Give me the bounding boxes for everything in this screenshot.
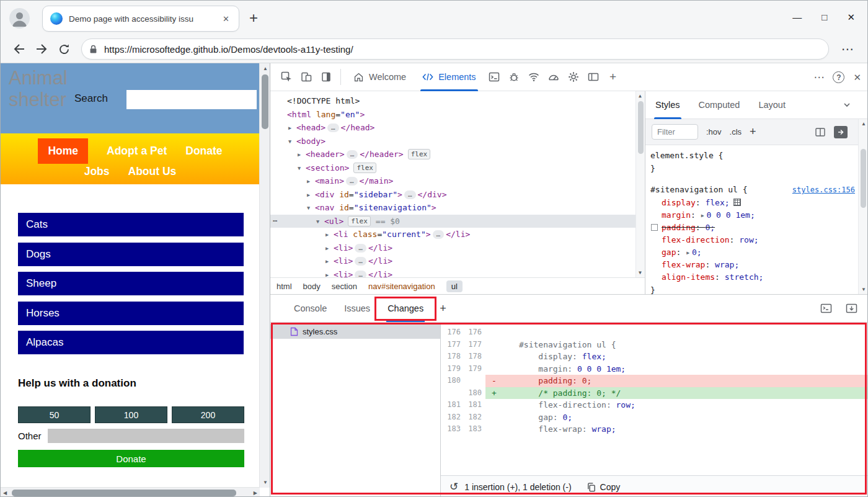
tree-scrollbar[interactable]: ▲ ▼ [636, 91, 645, 277]
focus-page-icon[interactable] [316, 66, 336, 87]
expander-open-icon[interactable]: ▼ [288, 135, 296, 149]
style-property-flex-direction[interactable]: flex-direction: row; [650, 234, 867, 246]
diff-row[interactable]: 183183 flex-wrap: wrap; [443, 423, 867, 436]
tab-changes[interactable]: Changes [379, 295, 432, 322]
style-property-margin[interactable]: margin: ▶0 0 0 1em; [650, 209, 867, 222]
collapsed-content-button[interactable]: … [346, 177, 358, 186]
flex-badge[interactable]: flex [353, 163, 376, 173]
flex-badge[interactable]: flex [408, 149, 431, 159]
collapsed-content-button[interactable]: … [404, 190, 416, 199]
expander-open-icon[interactable]: ▼ [298, 162, 306, 176]
forward-button[interactable] [30, 38, 53, 60]
diff-row[interactable]: 177177#sitenavigation ul { [443, 339, 867, 351]
flex-badge[interactable]: flex [348, 216, 371, 226]
expand-shorthand-icon[interactable]: ▶ [701, 210, 704, 222]
chevron-down-icon[interactable] [843, 101, 851, 109]
tab-computed[interactable]: Computed [698, 91, 742, 119]
rendering-emulation-icon[interactable] [815, 127, 826, 138]
settings-gear-icon[interactable] [564, 66, 583, 87]
donation-amount-200[interactable]: 200 [172, 406, 244, 423]
collapsed-content-button[interactable]: … [355, 244, 366, 253]
expander-closed-icon[interactable]: ▶ [326, 228, 334, 242]
dom-tree-row[interactable]: ▼<body> [270, 135, 645, 148]
diff-row[interactable]: 180- padding: 0; [443, 375, 867, 387]
dom-tree-row[interactable]: ⋯▼<ul>flex== $0 [270, 215, 645, 228]
browser-tab[interactable]: Demo page with accessibility issu ✕ [42, 6, 239, 32]
other-amount-input[interactable] [48, 429, 244, 443]
tab-console[interactable]: Console [285, 295, 335, 322]
diff-row[interactable]: 180+ /* padding: 0; */ [443, 387, 867, 400]
sidebar-button-dogs[interactable]: Dogs [18, 243, 244, 266]
breadcrumb-nav-sitenavigation[interactable]: nav#sitenavigation [368, 282, 435, 291]
inspect-element-icon[interactable] [277, 66, 296, 87]
expander-closed-icon[interactable]: ▶ [307, 175, 315, 189]
nav-link-donate[interactable]: Donate [185, 143, 222, 159]
device-toolbar-icon[interactable] [296, 66, 316, 87]
scroll-down-icon[interactable]: ▼ [639, 270, 642, 275]
breadcrumb-body[interactable]: body [303, 282, 321, 291]
collapsed-content-button[interactable]: … [355, 257, 366, 266]
page-vertical-scrollbar[interactable]: ▲ ▼ [259, 63, 270, 488]
row-actions-icon[interactable]: ⋯ [273, 215, 278, 228]
expander-closed-icon[interactable]: ▶ [288, 122, 296, 135]
dom-tree-row[interactable]: ▼<section>flex [270, 161, 645, 175]
sidebar-button-cats[interactable]: Cats [18, 213, 244, 236]
drawer-add-tab-button[interactable]: + [440, 302, 446, 315]
expander-closed-icon[interactable]: ▶ [298, 148, 306, 162]
tab-elements[interactable]: Elements [414, 63, 484, 91]
nav-link-jobs[interactable]: Jobs [84, 164, 110, 179]
layout-panel-icon[interactable] [583, 66, 603, 87]
dom-tree-row[interactable]: <html lang="en"> [270, 108, 645, 122]
tab-welcome[interactable]: Welcome [345, 63, 414, 91]
browser-menu-button[interactable]: ⋯ [835, 42, 860, 56]
refresh-button[interactable] [53, 38, 75, 60]
dom-tree-row[interactable]: ▶<div id="sidebar">…</div> [270, 188, 645, 202]
element-style-rule[interactable]: element.style { } [650, 149, 867, 175]
class-toggle[interactable]: .cls [730, 127, 742, 137]
page-horizontal-scrollbar[interactable]: ◀ ▶ [1, 487, 260, 497]
maximize-button[interactable]: □ [822, 9, 827, 25]
breadcrumb-html[interactable]: html [277, 282, 292, 291]
style-property-padding[interactable]: padding: 0; [650, 222, 867, 234]
dock-drawer-icon[interactable] [820, 303, 832, 314]
style-property-display[interactable]: display: flex; [650, 197, 867, 209]
dom-tree-row[interactable]: ▶<li>…</li> [270, 268, 645, 278]
scroll-down-icon[interactable]: ▼ [263, 480, 268, 485]
breadcrumb-ul[interactable]: ul [446, 280, 463, 292]
diff-row[interactable]: 179179 margin: 0 0 0 1em; [443, 363, 867, 375]
dom-tree-row[interactable]: ▶<header>…</header>flex [270, 148, 645, 161]
sidebar-button-alpacas[interactable]: Alpacas [18, 331, 244, 354]
devtools-more-icon[interactable]: ⋯ [813, 71, 824, 84]
sidebar-button-horses[interactable]: Horses [18, 302, 244, 325]
computed-sidebar-icon[interactable] [834, 126, 848, 138]
dom-tree-row[interactable]: ▶<li class="current">…</li> [270, 228, 645, 241]
scroll-up-icon[interactable]: ▲ [639, 93, 642, 99]
property-checkbox[interactable] [651, 224, 658, 231]
flex-editor-icon[interactable] [733, 199, 741, 206]
pseudo-state-toggle[interactable]: :hov [706, 127, 722, 137]
file-row-styles-css[interactable]: styles.css [270, 324, 440, 339]
revert-icon[interactable]: ↺ [450, 480, 458, 493]
style-property-gap[interactable]: gap: ▶0; [650, 246, 867, 259]
back-button[interactable] [8, 38, 30, 60]
collapsed-content-button[interactable]: … [355, 271, 366, 278]
style-property-flex-wrap[interactable]: flex-wrap: wrap; [650, 259, 867, 271]
lock-icon[interactable] [88, 44, 99, 55]
devtools-close-icon[interactable]: ✕ [853, 72, 861, 83]
dom-tree-row[interactable]: <!DOCTYPE html> [270, 94, 645, 108]
address-bar[interactable]: https://microsoftedge.github.io/Demos/de… [81, 38, 829, 60]
console-drawer-icon[interactable] [484, 66, 504, 87]
dom-tree-row[interactable]: ▶<li>…</li> [270, 254, 645, 268]
nav-link-adopt-a-pet[interactable]: Adopt a Pet [107, 143, 167, 159]
expander-closed-icon[interactable]: ▶ [307, 189, 315, 202]
tab-issues[interactable]: Issues [335, 295, 379, 322]
debugger-bug-icon[interactable] [504, 66, 524, 87]
add-tool-button[interactable]: + [603, 66, 623, 87]
minimize-button[interactable]: — [792, 9, 802, 25]
diff-row[interactable]: 178178 display: flex; [443, 351, 867, 363]
expander-closed-icon[interactable]: ▶ [326, 269, 334, 278]
dom-tree-row[interactable]: ▼<nav id="sitenavigation"> [270, 201, 645, 215]
diff-row[interactable]: 181181 flex-direction: row; [443, 399, 867, 411]
vertical-scroll-thumb[interactable] [262, 74, 268, 129]
diff-row[interactable]: 176176 [443, 326, 867, 339]
